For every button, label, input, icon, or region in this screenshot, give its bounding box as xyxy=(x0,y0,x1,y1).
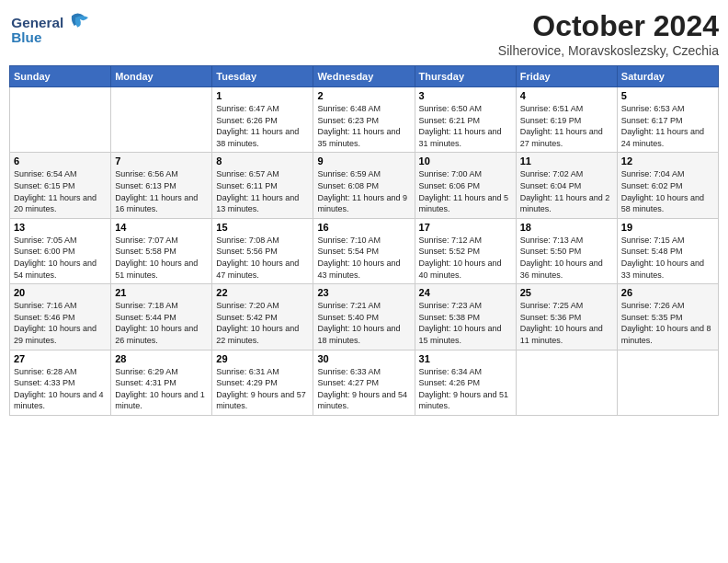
calendar-cell: 28Sunrise: 6:29 AM Sunset: 4:31 PM Dayli… xyxy=(111,350,212,415)
day-number: 9 xyxy=(317,155,410,167)
calendar-cell: 3Sunrise: 6:50 AM Sunset: 6:21 PM Daylig… xyxy=(415,87,516,153)
weekday-header: Friday xyxy=(516,66,617,87)
calendar-cell: 29Sunrise: 6:31 AM Sunset: 4:29 PM Dayli… xyxy=(212,350,313,415)
logo-svg: General Blue xyxy=(9,9,101,51)
day-detail: Sunrise: 6:50 AM Sunset: 6:21 PM Dayligh… xyxy=(419,103,512,149)
day-number: 24 xyxy=(419,287,512,298)
calendar-week-row: 13Sunrise: 7:05 AM Sunset: 6:00 PM Dayli… xyxy=(10,218,719,283)
day-detail: Sunrise: 7:00 AM Sunset: 6:06 PM Dayligh… xyxy=(419,168,512,214)
day-detail: Sunrise: 6:51 AM Sunset: 6:19 PM Dayligh… xyxy=(520,103,613,149)
day-number: 28 xyxy=(115,353,208,364)
day-number: 17 xyxy=(419,222,512,233)
day-detail: Sunrise: 7:23 AM Sunset: 5:38 PM Dayligh… xyxy=(419,300,512,346)
weekday-header: Wednesday xyxy=(313,66,415,87)
calendar-cell: 5Sunrise: 6:53 AM Sunset: 6:17 PM Daylig… xyxy=(617,87,718,153)
calendar-cell: 15Sunrise: 7:08 AM Sunset: 5:56 PM Dayli… xyxy=(212,218,313,283)
day-detail: Sunrise: 7:12 AM Sunset: 5:52 PM Dayligh… xyxy=(419,235,512,281)
calendar-cell: 23Sunrise: 7:21 AM Sunset: 5:40 PM Dayli… xyxy=(313,284,415,350)
calendar-cell xyxy=(617,350,718,415)
calendar-cell: 9Sunrise: 6:59 AM Sunset: 6:08 PM Daylig… xyxy=(313,153,415,218)
day-number: 31 xyxy=(419,353,512,364)
weekday-header-row: SundayMondayTuesdayWednesdayThursdayFrid… xyxy=(10,66,719,87)
calendar-cell xyxy=(10,87,111,153)
calendar-cell: 31Sunrise: 6:34 AM Sunset: 4:26 PM Dayli… xyxy=(415,350,516,415)
day-number: 4 xyxy=(520,90,613,101)
calendar-cell xyxy=(516,350,617,415)
calendar-cell: 2Sunrise: 6:48 AM Sunset: 6:23 PM Daylig… xyxy=(313,87,415,153)
day-number: 10 xyxy=(419,155,512,167)
day-number: 15 xyxy=(216,222,309,233)
calendar-cell: 26Sunrise: 7:26 AM Sunset: 5:35 PM Dayli… xyxy=(617,284,718,350)
day-detail: Sunrise: 7:20 AM Sunset: 5:42 PM Dayligh… xyxy=(216,300,309,346)
calendar-cell: 19Sunrise: 7:15 AM Sunset: 5:48 PM Dayli… xyxy=(617,218,718,283)
calendar-table: SundayMondayTuesdayWednesdayThursdayFrid… xyxy=(9,65,719,416)
calendar-cell: 20Sunrise: 7:16 AM Sunset: 5:46 PM Dayli… xyxy=(10,284,111,350)
day-number: 3 xyxy=(419,90,512,101)
day-number: 27 xyxy=(14,353,107,364)
svg-text:General: General xyxy=(11,15,63,30)
calendar-cell: 22Sunrise: 7:20 AM Sunset: 5:42 PM Dayli… xyxy=(212,284,313,350)
day-detail: Sunrise: 7:16 AM Sunset: 5:46 PM Dayligh… xyxy=(14,300,107,346)
calendar-cell: 4Sunrise: 6:51 AM Sunset: 6:19 PM Daylig… xyxy=(516,87,617,153)
day-number: 18 xyxy=(520,222,613,233)
calendar-week-row: 27Sunrise: 6:28 AM Sunset: 4:33 PM Dayli… xyxy=(10,350,719,415)
day-detail: Sunrise: 6:57 AM Sunset: 6:11 PM Dayligh… xyxy=(216,168,309,214)
day-number: 25 xyxy=(520,287,613,298)
day-number: 26 xyxy=(621,287,714,298)
day-number: 20 xyxy=(14,287,107,298)
day-detail: Sunrise: 7:26 AM Sunset: 5:35 PM Dayligh… xyxy=(621,300,714,346)
day-number: 12 xyxy=(621,155,714,167)
day-detail: Sunrise: 7:25 AM Sunset: 5:36 PM Dayligh… xyxy=(520,300,613,346)
day-number: 1 xyxy=(216,90,309,101)
svg-text:Blue: Blue xyxy=(11,29,41,45)
day-detail: Sunrise: 7:15 AM Sunset: 5:48 PM Dayligh… xyxy=(621,235,714,281)
calendar-cell: 18Sunrise: 7:13 AM Sunset: 5:50 PM Dayli… xyxy=(516,218,617,283)
page: General Blue October 2024 Silherovice, M… xyxy=(0,0,728,563)
weekday-header: Saturday xyxy=(617,66,718,87)
day-detail: Sunrise: 7:04 AM Sunset: 6:02 PM Dayligh… xyxy=(621,168,714,214)
day-number: 7 xyxy=(115,155,208,167)
weekday-header: Thursday xyxy=(415,66,516,87)
day-detail: Sunrise: 6:33 AM Sunset: 4:27 PM Dayligh… xyxy=(317,366,410,412)
weekday-header: Tuesday xyxy=(212,66,313,87)
day-detail: Sunrise: 6:56 AM Sunset: 6:13 PM Dayligh… xyxy=(115,168,208,214)
day-detail: Sunrise: 7:05 AM Sunset: 6:00 PM Dayligh… xyxy=(14,235,107,281)
calendar-cell: 30Sunrise: 6:33 AM Sunset: 4:27 PM Dayli… xyxy=(313,350,415,415)
weekday-header: Sunday xyxy=(10,66,111,87)
calendar-week-row: 6Sunrise: 6:54 AM Sunset: 6:15 PM Daylig… xyxy=(10,153,719,218)
calendar-cell: 21Sunrise: 7:18 AM Sunset: 5:44 PM Dayli… xyxy=(111,284,212,350)
calendar-cell: 25Sunrise: 7:25 AM Sunset: 5:36 PM Dayli… xyxy=(516,284,617,350)
calendar-cell: 8Sunrise: 6:57 AM Sunset: 6:11 PM Daylig… xyxy=(212,153,313,218)
day-detail: Sunrise: 6:48 AM Sunset: 6:23 PM Dayligh… xyxy=(317,103,410,149)
day-number: 19 xyxy=(621,222,714,233)
day-detail: Sunrise: 6:47 AM Sunset: 6:26 PM Dayligh… xyxy=(216,103,309,149)
day-detail: Sunrise: 6:28 AM Sunset: 4:33 PM Dayligh… xyxy=(14,366,107,412)
day-detail: Sunrise: 7:13 AM Sunset: 5:50 PM Dayligh… xyxy=(520,235,613,281)
day-detail: Sunrise: 6:29 AM Sunset: 4:31 PM Dayligh… xyxy=(115,366,208,412)
calendar-cell: 11Sunrise: 7:02 AM Sunset: 6:04 PM Dayli… xyxy=(516,153,617,218)
calendar-cell xyxy=(111,87,212,153)
weekday-header: Monday xyxy=(111,66,212,87)
day-number: 16 xyxy=(317,222,410,233)
day-detail: Sunrise: 6:34 AM Sunset: 4:26 PM Dayligh… xyxy=(419,366,512,412)
day-detail: Sunrise: 7:08 AM Sunset: 5:56 PM Dayligh… xyxy=(216,235,309,281)
day-number: 13 xyxy=(14,222,107,233)
calendar-cell: 24Sunrise: 7:23 AM Sunset: 5:38 PM Dayli… xyxy=(415,284,516,350)
day-number: 8 xyxy=(216,155,309,167)
day-detail: Sunrise: 7:07 AM Sunset: 5:58 PM Dayligh… xyxy=(115,235,208,281)
day-number: 22 xyxy=(216,287,309,298)
day-detail: Sunrise: 7:02 AM Sunset: 6:04 PM Dayligh… xyxy=(520,168,613,214)
calendar-cell: 12Sunrise: 7:04 AM Sunset: 6:02 PM Dayli… xyxy=(617,153,718,218)
day-detail: Sunrise: 7:18 AM Sunset: 5:44 PM Dayligh… xyxy=(115,300,208,346)
logo: General Blue xyxy=(9,9,101,51)
calendar-week-row: 20Sunrise: 7:16 AM Sunset: 5:46 PM Dayli… xyxy=(10,284,719,350)
day-number: 2 xyxy=(317,90,410,101)
day-number: 23 xyxy=(317,287,410,298)
calendar-cell: 16Sunrise: 7:10 AM Sunset: 5:54 PM Dayli… xyxy=(313,218,415,283)
day-number: 30 xyxy=(317,353,410,364)
calendar-cell: 14Sunrise: 7:07 AM Sunset: 5:58 PM Dayli… xyxy=(111,218,212,283)
calendar-week-row: 1Sunrise: 6:47 AM Sunset: 6:26 PM Daylig… xyxy=(10,87,719,153)
title-area: October 2024 Silherovice, Moravskoslezsk… xyxy=(498,9,719,58)
location: Silherovice, Moravskoslezsky, Czechia xyxy=(498,43,719,58)
calendar-cell: 17Sunrise: 7:12 AM Sunset: 5:52 PM Dayli… xyxy=(415,218,516,283)
